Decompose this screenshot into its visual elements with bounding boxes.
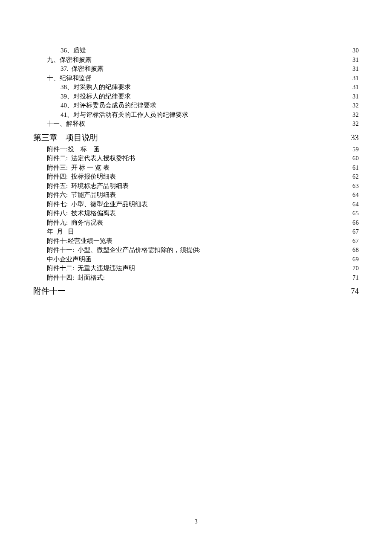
toc-entry: 附件三: 开 标 一 览 表61	[33, 163, 359, 173]
toc-entry-label: 37. 保密和披露	[61, 64, 104, 74]
toc-entry: 附件二: 法定代表人授权委托书60	[33, 154, 359, 163]
toc-entry-page: 63	[346, 182, 359, 191]
toc-entry-page: 31	[346, 55, 359, 65]
toc-entry: 附件八: 技术规格偏离表65	[33, 209, 359, 218]
toc-entry: 十、纪律和监督31	[33, 74, 359, 83]
toc-entry: 九、保密和披露31	[33, 55, 359, 65]
toc-entry-label: 38、对采购人的纪律要求	[61, 83, 131, 92]
toc-entry-page: 32	[346, 110, 359, 120]
toc-entry: 附件七: 小型、微型企业产品明细表64	[33, 200, 359, 209]
toc-entry-label: 十一、解释权	[47, 119, 85, 129]
toc-entry-label: 附件一:投 标 函	[47, 145, 100, 154]
toc-entry: 附件十一74	[33, 286, 359, 296]
toc-entry-label: 年 月 日	[47, 227, 74, 237]
toc-entry-label: 附件八: 技术规格偏离表	[47, 209, 116, 218]
toc-entry-page: 61	[346, 163, 359, 173]
toc-entry: 中小企业声明函69	[33, 255, 359, 264]
toc-entry-label: 附件十:经营业绩一览表	[47, 237, 112, 246]
toc-entry-page: 66	[346, 218, 359, 228]
toc-entry-page: 60	[346, 154, 359, 163]
toc-entry-page: 31	[346, 64, 359, 74]
toc-entry: 40、对评标委员会成员的纪律要求32	[33, 101, 359, 110]
toc-entry-label: 第三章 项目说明	[33, 133, 98, 143]
toc-entry: 附件十一: 小型、微型企业产品价格需扣除的，须提供:68	[33, 246, 359, 255]
toc-entry-label: 40、对评标委员会成员的纪律要求	[61, 101, 156, 110]
toc-entry-page: 31	[346, 74, 359, 83]
toc-entry: 附件一:投 标 函59	[33, 145, 359, 154]
toc-entry-page: 69	[346, 255, 359, 264]
toc-entry-label: 九、保密和披露	[47, 55, 92, 65]
toc-entry-page: 33	[346, 133, 359, 143]
toc-entry-page: 65	[346, 209, 359, 218]
toc-entry: 附件五: 环境标志产品明细表63	[33, 182, 359, 191]
toc-entry: 附件十:经营业绩一览表67	[33, 237, 359, 246]
toc-entry: 36、质疑30	[33, 46, 359, 55]
toc-entry-page: 67	[346, 237, 359, 246]
toc-entry-label: 附件十二: 无重大违规违法声明	[47, 264, 135, 273]
toc-entry-page: 68	[346, 246, 359, 255]
toc-entry-label: 36、质疑	[61, 46, 86, 55]
toc-entry-label: 十、纪律和监督	[47, 74, 92, 83]
toc-entry: 39、对投标人的纪律要求31	[33, 92, 359, 101]
toc-entry-page: 70	[346, 264, 359, 273]
toc-entry-label: 附件三: 开 标 一 览 表	[47, 163, 110, 173]
table-of-contents: 36、质疑30九、保密和披露3137. 保密和披露31十、纪律和监督3138、对…	[33, 46, 359, 296]
toc-entry: 附件九: 商务情况表66	[33, 218, 359, 228]
toc-entry-page: 30	[346, 46, 359, 55]
toc-entry-page: 64	[346, 200, 359, 209]
toc-entry: 41、对与评标活动有关的工作人员的纪律要求32	[33, 110, 359, 120]
toc-entry-page: 64	[346, 191, 359, 200]
toc-entry: 附件十四: 封面格式:71	[33, 273, 359, 283]
toc-entry-label: 附件十一	[33, 286, 66, 296]
toc-entry-label: 41、对与评标活动有关的工作人员的纪律要求	[61, 110, 188, 120]
toc-entry: 38、对采购人的纪律要求31	[33, 83, 359, 92]
toc-entry-label: 附件九: 商务情况表	[47, 218, 103, 228]
toc-entry-label: 附件二: 法定代表人授权委托书	[47, 154, 135, 163]
toc-entry-page: 74	[346, 286, 359, 296]
toc-entry-page: 67	[346, 227, 359, 237]
toc-entry-label: 附件四: 投标报价明细表	[47, 172, 116, 182]
toc-entry: 第三章 项目说明33	[33, 133, 359, 143]
toc-entry-label: 附件六: 节能产品明细表	[47, 191, 116, 200]
toc-entry-page: 62	[346, 172, 359, 182]
toc-entry-label: 中小企业声明函	[47, 255, 92, 264]
toc-entry: 附件十二: 无重大违规违法声明70	[33, 264, 359, 273]
toc-entry-page: 32	[346, 119, 359, 129]
toc-entry: 附件四: 投标报价明细表62	[33, 172, 359, 182]
toc-entry-label: 附件十四: 封面格式:	[47, 273, 105, 283]
toc-entry-page: 32	[346, 101, 359, 110]
page-number: 3	[0, 518, 392, 525]
toc-entry: 附件六: 节能产品明细表64	[33, 191, 359, 200]
toc-entry-page: 71	[346, 273, 359, 283]
toc-entry-label: 附件五: 环境标志产品明细表	[47, 182, 129, 191]
toc-entry-label: 附件七: 小型、微型企业产品明细表	[47, 200, 148, 209]
toc-entry-page: 59	[346, 145, 359, 154]
toc-entry: 十一、解释权32	[33, 119, 359, 129]
toc-entry: 年 月 日67	[33, 227, 359, 237]
toc-entry: 37. 保密和披露31	[33, 64, 359, 74]
document-page: 36、质疑30九、保密和披露3137. 保密和披露31十、纪律和监督3138、对…	[0, 0, 392, 296]
toc-entry-page: 31	[346, 83, 359, 92]
toc-entry-label: 附件十一: 小型、微型企业产品价格需扣除的，须提供:	[47, 246, 201, 255]
toc-entry-label: 39、对投标人的纪律要求	[61, 92, 131, 101]
toc-entry-page: 31	[346, 92, 359, 101]
